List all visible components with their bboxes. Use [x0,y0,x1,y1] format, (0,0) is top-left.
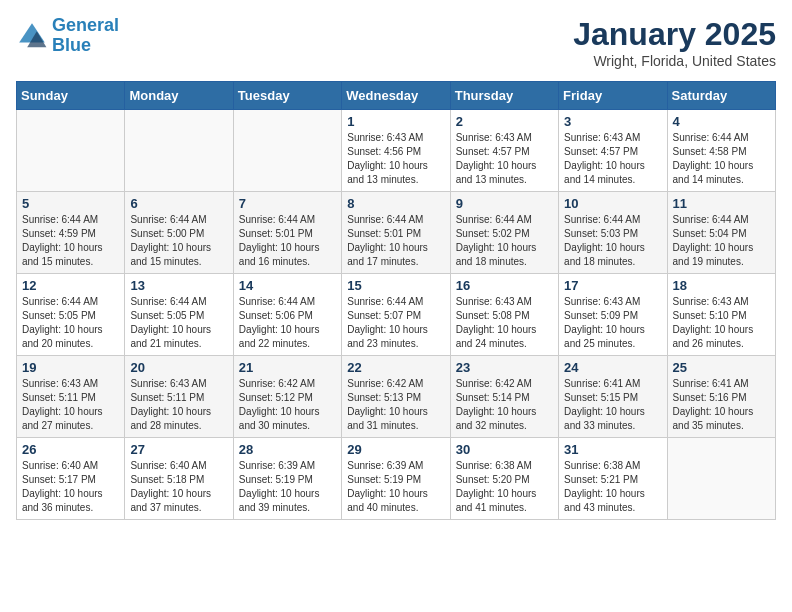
day-number: 18 [673,278,770,293]
day-number: 7 [239,196,336,211]
day-number: 21 [239,360,336,375]
calendar-cell: 1Sunrise: 6:43 AM Sunset: 4:56 PM Daylig… [342,110,450,192]
day-info: Sunrise: 6:39 AM Sunset: 5:19 PM Dayligh… [239,459,336,515]
weekday-header-row: SundayMondayTuesdayWednesdayThursdayFrid… [17,82,776,110]
calendar-cell: 15Sunrise: 6:44 AM Sunset: 5:07 PM Dayli… [342,274,450,356]
day-info: Sunrise: 6:43 AM Sunset: 5:09 PM Dayligh… [564,295,661,351]
calendar-cell: 14Sunrise: 6:44 AM Sunset: 5:06 PM Dayli… [233,274,341,356]
weekday-header-wednesday: Wednesday [342,82,450,110]
day-number: 3 [564,114,661,129]
calendar-cell [667,438,775,520]
day-number: 29 [347,442,444,457]
calendar-cell: 8Sunrise: 6:44 AM Sunset: 5:01 PM Daylig… [342,192,450,274]
day-info: Sunrise: 6:40 AM Sunset: 5:18 PM Dayligh… [130,459,227,515]
day-number: 28 [239,442,336,457]
calendar-cell: 25Sunrise: 6:41 AM Sunset: 5:16 PM Dayli… [667,356,775,438]
logo-text: General Blue [52,16,119,56]
day-info: Sunrise: 6:43 AM Sunset: 5:11 PM Dayligh… [22,377,119,433]
day-number: 5 [22,196,119,211]
calendar-cell: 26Sunrise: 6:40 AM Sunset: 5:17 PM Dayli… [17,438,125,520]
calendar-cell: 22Sunrise: 6:42 AM Sunset: 5:13 PM Dayli… [342,356,450,438]
day-info: Sunrise: 6:41 AM Sunset: 5:15 PM Dayligh… [564,377,661,433]
calendar-cell: 12Sunrise: 6:44 AM Sunset: 5:05 PM Dayli… [17,274,125,356]
day-number: 9 [456,196,553,211]
day-info: Sunrise: 6:43 AM Sunset: 4:57 PM Dayligh… [564,131,661,187]
calendar-cell: 19Sunrise: 6:43 AM Sunset: 5:11 PM Dayli… [17,356,125,438]
week-row-3: 19Sunrise: 6:43 AM Sunset: 5:11 PM Dayli… [17,356,776,438]
day-info: Sunrise: 6:44 AM Sunset: 5:00 PM Dayligh… [130,213,227,269]
day-number: 16 [456,278,553,293]
calendar-cell: 10Sunrise: 6:44 AM Sunset: 5:03 PM Dayli… [559,192,667,274]
day-number: 26 [22,442,119,457]
day-info: Sunrise: 6:43 AM Sunset: 5:11 PM Dayligh… [130,377,227,433]
day-number: 22 [347,360,444,375]
calendar-cell: 17Sunrise: 6:43 AM Sunset: 5:09 PM Dayli… [559,274,667,356]
calendar-cell: 21Sunrise: 6:42 AM Sunset: 5:12 PM Dayli… [233,356,341,438]
calendar-cell: 29Sunrise: 6:39 AM Sunset: 5:19 PM Dayli… [342,438,450,520]
day-number: 25 [673,360,770,375]
logo: General Blue [16,16,119,56]
day-info: Sunrise: 6:40 AM Sunset: 5:17 PM Dayligh… [22,459,119,515]
day-info: Sunrise: 6:44 AM Sunset: 5:01 PM Dayligh… [347,213,444,269]
calendar-cell: 20Sunrise: 6:43 AM Sunset: 5:11 PM Dayli… [125,356,233,438]
day-info: Sunrise: 6:44 AM Sunset: 5:05 PM Dayligh… [130,295,227,351]
day-number: 1 [347,114,444,129]
calendar-cell: 24Sunrise: 6:41 AM Sunset: 5:15 PM Dayli… [559,356,667,438]
day-info: Sunrise: 6:44 AM Sunset: 5:05 PM Dayligh… [22,295,119,351]
calendar-cell [17,110,125,192]
page-header: General Blue January 2025 Wright, Florid… [16,16,776,69]
weekday-header-tuesday: Tuesday [233,82,341,110]
calendar-cell: 28Sunrise: 6:39 AM Sunset: 5:19 PM Dayli… [233,438,341,520]
calendar-cell: 27Sunrise: 6:40 AM Sunset: 5:18 PM Dayli… [125,438,233,520]
day-number: 6 [130,196,227,211]
day-number: 15 [347,278,444,293]
day-info: Sunrise: 6:44 AM Sunset: 5:02 PM Dayligh… [456,213,553,269]
day-number: 13 [130,278,227,293]
day-number: 2 [456,114,553,129]
calendar-cell: 5Sunrise: 6:44 AM Sunset: 4:59 PM Daylig… [17,192,125,274]
day-info: Sunrise: 6:38 AM Sunset: 5:21 PM Dayligh… [564,459,661,515]
day-info: Sunrise: 6:43 AM Sunset: 4:56 PM Dayligh… [347,131,444,187]
title-block: January 2025 Wright, Florida, United Sta… [573,16,776,69]
calendar-cell: 16Sunrise: 6:43 AM Sunset: 5:08 PM Dayli… [450,274,558,356]
calendar-cell [125,110,233,192]
day-number: 11 [673,196,770,211]
day-info: Sunrise: 6:44 AM Sunset: 4:58 PM Dayligh… [673,131,770,187]
day-number: 14 [239,278,336,293]
day-number: 24 [564,360,661,375]
weekday-header-saturday: Saturday [667,82,775,110]
day-info: Sunrise: 6:44 AM Sunset: 5:04 PM Dayligh… [673,213,770,269]
weekday-header-sunday: Sunday [17,82,125,110]
calendar-cell: 18Sunrise: 6:43 AM Sunset: 5:10 PM Dayli… [667,274,775,356]
logo-line1: General [52,15,119,35]
day-info: Sunrise: 6:39 AM Sunset: 5:19 PM Dayligh… [347,459,444,515]
weekday-header-friday: Friday [559,82,667,110]
day-number: 17 [564,278,661,293]
calendar-cell: 9Sunrise: 6:44 AM Sunset: 5:02 PM Daylig… [450,192,558,274]
calendar-cell: 2Sunrise: 6:43 AM Sunset: 4:57 PM Daylig… [450,110,558,192]
day-info: Sunrise: 6:41 AM Sunset: 5:16 PM Dayligh… [673,377,770,433]
calendar-cell [233,110,341,192]
day-number: 12 [22,278,119,293]
day-info: Sunrise: 6:43 AM Sunset: 4:57 PM Dayligh… [456,131,553,187]
day-number: 20 [130,360,227,375]
calendar-cell: 11Sunrise: 6:44 AM Sunset: 5:04 PM Dayli… [667,192,775,274]
day-info: Sunrise: 6:38 AM Sunset: 5:20 PM Dayligh… [456,459,553,515]
calendar-cell: 23Sunrise: 6:42 AM Sunset: 5:14 PM Dayli… [450,356,558,438]
day-number: 10 [564,196,661,211]
month-title: January 2025 [573,16,776,53]
weekday-header-thursday: Thursday [450,82,558,110]
day-info: Sunrise: 6:44 AM Sunset: 5:01 PM Dayligh… [239,213,336,269]
day-info: Sunrise: 6:42 AM Sunset: 5:12 PM Dayligh… [239,377,336,433]
day-number: 19 [22,360,119,375]
week-row-1: 5Sunrise: 6:44 AM Sunset: 4:59 PM Daylig… [17,192,776,274]
day-number: 31 [564,442,661,457]
calendar-cell: 31Sunrise: 6:38 AM Sunset: 5:21 PM Dayli… [559,438,667,520]
logo-icon [16,20,48,52]
day-number: 4 [673,114,770,129]
calendar-cell: 13Sunrise: 6:44 AM Sunset: 5:05 PM Dayli… [125,274,233,356]
day-info: Sunrise: 6:44 AM Sunset: 5:06 PM Dayligh… [239,295,336,351]
calendar-cell: 6Sunrise: 6:44 AM Sunset: 5:00 PM Daylig… [125,192,233,274]
calendar-cell: 7Sunrise: 6:44 AM Sunset: 5:01 PM Daylig… [233,192,341,274]
day-number: 30 [456,442,553,457]
